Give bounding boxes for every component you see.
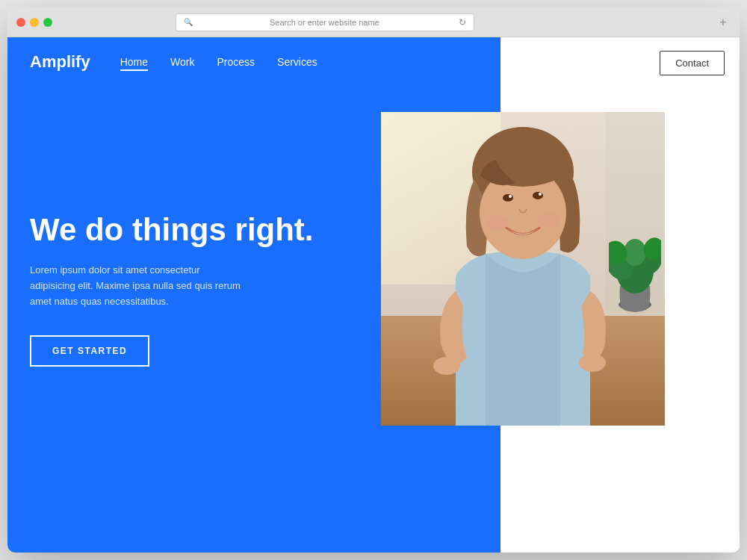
nav-link-services[interactable]: Services — [277, 56, 317, 68]
svg-point-17 — [433, 357, 460, 375]
svg-point-15 — [486, 215, 508, 230]
traffic-lights — [16, 18, 52, 27]
contact-btn-area: Contact — [500, 37, 740, 89]
svg-point-13 — [509, 195, 512, 198]
minimize-button[interactable] — [30, 18, 39, 27]
svg-point-16 — [538, 213, 560, 228]
svg-point-18 — [579, 354, 606, 372]
svg-point-12 — [533, 192, 543, 199]
browser-window: 🔍 Search or enter website name ↻ + Ampli… — [7, 7, 740, 553]
hero-photo-card — [381, 112, 665, 426]
person-illustration — [381, 112, 665, 426]
get-started-button[interactable]: GET STARTED — [30, 335, 149, 367]
navigation: Amplify Home Work Process Services — [7, 37, 500, 86]
reload-icon: ↻ — [459, 17, 466, 28]
hero-description: Lorem ipsum dolor sit amet consectetur a… — [30, 263, 247, 309]
browser-content: Amplify Home Work Process Services We do… — [7, 37, 740, 553]
person-svg — [381, 112, 665, 426]
nav-link-process[interactable]: Process — [217, 56, 255, 68]
svg-point-11 — [503, 194, 513, 202]
nav-link-work[interactable]: Work — [170, 56, 194, 68]
new-tab-button[interactable]: + — [716, 15, 731, 30]
svg-point-14 — [539, 193, 542, 196]
close-button[interactable] — [16, 18, 25, 27]
blue-section: Amplify Home Work Process Services We do… — [7, 37, 500, 553]
browser-chrome: 🔍 Search or enter website name ↻ + — [7, 7, 740, 37]
maximize-button[interactable] — [43, 18, 52, 27]
nav-links: Home Work Process Services — [120, 56, 317, 68]
site-logo: Amplify — [30, 52, 90, 72]
nav-link-home[interactable]: Home — [120, 56, 148, 68]
address-bar[interactable]: 🔍 Search or enter website name ↻ — [176, 13, 474, 31]
search-icon: 🔍 — [184, 18, 193, 26]
contact-button[interactable]: Contact — [660, 51, 725, 75]
address-bar-text: Search or enter website name — [197, 18, 451, 27]
